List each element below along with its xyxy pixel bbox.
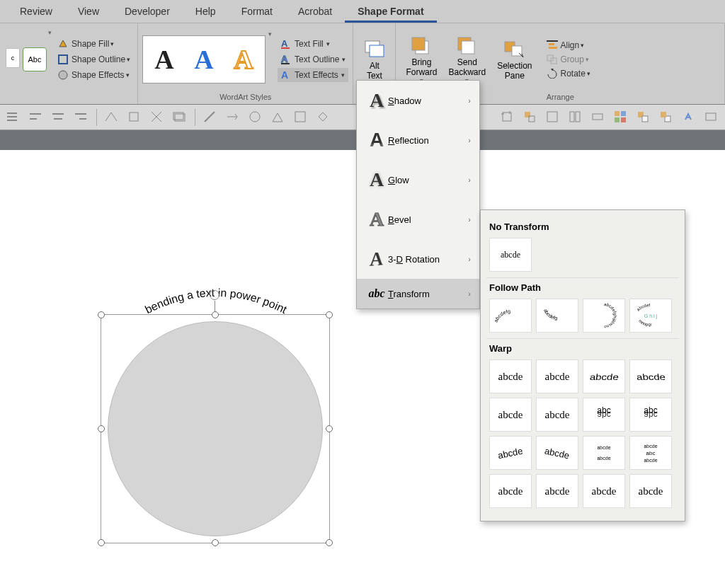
- align-button[interactable]: Align▾: [544, 39, 593, 52]
- svg-rect-27: [75, 113, 86, 115]
- tab-shape-format[interactable]: Shape Format: [345, 0, 436, 23]
- wordart-gallery[interactable]: A A A: [142, 35, 266, 83]
- warp-opt[interactable]: abcdeabcabcde: [629, 436, 672, 470]
- rotate-button[interactable]: Rotate▾: [544, 67, 593, 80]
- qat-icon[interactable]: [636, 110, 651, 125]
- qat-icon[interactable]: [270, 110, 286, 125]
- qat-icon[interactable]: [613, 110, 629, 125]
- resize-handle[interactable]: [326, 425, 333, 432]
- selection-pane-button[interactable]: Selection Pane: [491, 37, 537, 83]
- rotate-handle[interactable]: [210, 290, 219, 300]
- resize-handle[interactable]: [326, 539, 333, 546]
- path-arc-down[interactable]: abcdefg: [536, 299, 578, 333]
- fx-shadow[interactable]: A Shadow›: [357, 81, 479, 120]
- warp-opt[interactable]: abcde: [489, 359, 532, 393]
- qat-icon[interactable]: [568, 110, 583, 125]
- svg-text:abc: abc: [597, 410, 610, 420]
- tab-developer[interactable]: Developer: [112, 0, 183, 23]
- svg-text:A: A: [281, 54, 288, 64]
- qat-icon[interactable]: [172, 110, 188, 125]
- shape-style-1[interactable]: c: [6, 48, 20, 68]
- qat-icon[interactable]: [6, 110, 21, 125]
- qat-icon[interactable]: [523, 110, 538, 125]
- warp-opt[interactable]: abcde: [489, 474, 532, 508]
- warp-opt[interactable]: abcdeabcde: [583, 436, 625, 470]
- svg-rect-48: [661, 112, 666, 117]
- tab-format[interactable]: Format: [229, 0, 285, 23]
- warp-opt[interactable]: abcabc: [629, 398, 672, 432]
- fx-transform[interactable]: abc Transform›: [357, 279, 479, 309]
- no-transform-header: No Transform: [489, 221, 676, 232]
- resize-handle[interactable]: [98, 425, 105, 432]
- text-effects-menu: A Shadow› A Reflection› A Glow› A Bevel›…: [356, 80, 480, 309]
- fx-bevel[interactable]: A Bevel›: [357, 200, 479, 239]
- shape-style-2[interactable]: Abc: [23, 47, 47, 71]
- qat-icon[interactable]: [202, 110, 218, 125]
- svg-rect-21: [7, 116, 17, 117]
- resize-handle[interactable]: [98, 311, 105, 318]
- qat-icon[interactable]: [545, 110, 561, 125]
- svg-rect-15: [547, 40, 558, 42]
- svg-rect-0: [59, 55, 67, 64]
- text-fill-button[interactable]: A Text Fill▾: [278, 37, 348, 51]
- fx-reflection[interactable]: A Reflection›: [357, 120, 479, 160]
- qat-icon[interactable]: [28, 110, 44, 125]
- text-outline-button[interactable]: A Text Outline▾: [278, 52, 348, 67]
- text-effects-button[interactable]: A Text Effects▾: [278, 68, 348, 82]
- warp-opt[interactable]: abcde: [536, 359, 578, 393]
- qat-icon[interactable]: [704, 110, 719, 125]
- qat-icon[interactable]: [316, 110, 331, 125]
- qat-icon[interactable]: [74, 110, 89, 125]
- svg-rect-35: [525, 112, 530, 117]
- wordart-more-icon[interactable]: ▾: [268, 30, 272, 38]
- group-button[interactable]: Group▾: [544, 53, 593, 66]
- resize-handle[interactable]: [212, 311, 219, 318]
- shape-outline-button[interactable]: Shape Outline▾: [55, 52, 133, 67]
- tab-acrobat[interactable]: Acrobat: [285, 0, 345, 23]
- tab-help[interactable]: Help: [183, 0, 229, 23]
- fx-3d-rotation[interactable]: A 3-D Rotation›: [357, 239, 479, 279]
- qat-icon[interactable]: [127, 110, 142, 125]
- resize-handle[interactable]: [212, 539, 219, 546]
- path-arc-up[interactable]: abcdefg: [489, 299, 532, 333]
- warp-opt[interactable]: abcde: [629, 474, 672, 508]
- warp-opt[interactable]: abcde: [583, 359, 625, 393]
- crop-icon[interactable]: [500, 110, 515, 125]
- resize-handle[interactable]: [98, 539, 105, 546]
- send-backward-button[interactable]: Send Backward▾: [443, 33, 491, 86]
- warp-opt[interactable]: abcde: [536, 436, 578, 470]
- gallery-more-icon[interactable]: ▾: [48, 29, 52, 36]
- qat-icon[interactable]: [658, 110, 674, 125]
- qat-icon[interactable]: [149, 110, 165, 125]
- qat-icon[interactable]: [225, 110, 241, 125]
- svg-rect-20: [7, 113, 17, 114]
- warp-opt[interactable]: abcde: [536, 474, 578, 508]
- tab-view[interactable]: View: [65, 0, 112, 23]
- tab-review[interactable]: Review: [7, 0, 65, 23]
- resize-handle[interactable]: [326, 311, 333, 318]
- qat-icon[interactable]: [104, 110, 120, 125]
- svg-rect-26: [54, 118, 62, 120]
- warp-opt[interactable]: abcde: [583, 474, 625, 508]
- warp-opt[interactable]: abcde: [489, 436, 532, 470]
- shape-fill-button[interactable]: Shape Fill▾: [55, 37, 133, 51]
- warp-opt[interactable]: abcde: [489, 398, 532, 432]
- svg-rect-37: [547, 112, 557, 122]
- selection-box: [101, 314, 330, 543]
- fx-glow[interactable]: A Glow›: [357, 160, 479, 200]
- warp-header: Warp: [489, 343, 676, 354]
- qat-icon[interactable]: [590, 110, 606, 125]
- qat-icon[interactable]: [248, 110, 263, 125]
- path-button[interactable]: abcdefG h i jmnopqr: [629, 299, 672, 333]
- warp-opt[interactable]: abcde: [536, 398, 578, 432]
- qat-icon[interactable]: [681, 110, 697, 125]
- warp-opt[interactable]: abcde: [629, 359, 672, 393]
- path-circle[interactable]: abcdefghijklmno: [583, 299, 625, 333]
- qat-icon[interactable]: [51, 110, 67, 125]
- alt-text-button[interactable]: Alt Text: [358, 37, 392, 83]
- bring-forward-button[interactable]: Bring Forward▾: [400, 33, 443, 86]
- warp-opt[interactable]: abcabc: [583, 398, 625, 432]
- qat-icon[interactable]: [293, 110, 309, 125]
- transform-none[interactable]: abcde: [489, 238, 532, 272]
- shape-effects-button[interactable]: Shape Effects▾: [55, 68, 133, 82]
